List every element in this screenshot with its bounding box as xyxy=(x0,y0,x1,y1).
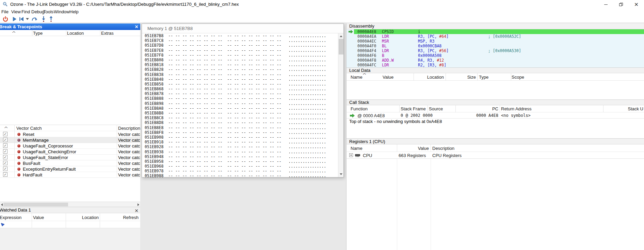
disassembly-titlebar[interactable]: Disassembly xyxy=(347,24,644,29)
memory-row[interactable]: 051EB8A8 -- -- -- -- -- -- -- -- -- -- -… xyxy=(142,106,338,111)
vector-catch-row[interactable]: ✓BusFaultVector catch on xyxy=(0,160,140,166)
checkbox[interactable]: ✓ xyxy=(3,172,7,177)
step-out-icon[interactable] xyxy=(47,15,55,22)
column-location[interactable]: Location xyxy=(66,215,99,220)
menu-window[interactable]: Window xyxy=(54,9,69,14)
column-function[interactable]: Function xyxy=(351,106,368,111)
disassembly-row[interactable]: 0000A4ECMSRMSP, R3 xyxy=(347,39,644,44)
column-scope[interactable]: Scope xyxy=(512,75,524,80)
step-into-icon[interactable] xyxy=(40,15,47,22)
memory-row[interactable]: 051EB888 -- -- -- -- -- -- -- -- -- -- -… xyxy=(142,96,338,101)
vector-catch-row[interactable]: ✓UsageFault_StateErrorVector catch on xyxy=(0,155,140,160)
memory-row[interactable]: 051EB808 -- -- -- -- -- -- -- -- -- -- -… xyxy=(142,58,338,62)
column-stack-frame[interactable]: Stack Frame xyxy=(401,106,426,111)
horizontal-scrollbar[interactable] xyxy=(0,202,140,207)
disassembly-row[interactable]: 0000A4F0BL0x0000CBA8 xyxy=(347,44,644,48)
column-source[interactable]: Source xyxy=(429,106,443,111)
memory-row[interactable]: 051EB818 -- -- -- -- -- -- -- -- -- -- -… xyxy=(142,62,338,67)
column-refresh[interactable]: Refresh xyxy=(100,215,139,220)
memory-row[interactable]: 051EB918 -- -- -- -- -- -- -- -- -- -- -… xyxy=(142,140,338,144)
checkbox[interactable]: ✓ xyxy=(3,143,7,148)
column-value[interactable]: Value xyxy=(33,215,44,220)
memory-row[interactable]: 051EB828 -- -- -- -- -- -- -- -- -- -- -… xyxy=(142,67,338,72)
restore-button[interactable] xyxy=(613,0,629,9)
disassembly-row[interactable]: 0000A4F8ADD.WR4, R3, #12 xyxy=(347,58,644,63)
memory-row[interactable]: 051EB938 -- -- -- -- -- -- -- -- -- -- -… xyxy=(142,150,338,154)
memory-vertical-scrollbar[interactable] xyxy=(338,33,343,177)
memory-row[interactable]: 051EB7E8 -- -- -- -- -- -- -- -- -- -- -… xyxy=(142,48,338,53)
column-pc[interactable]: PC xyxy=(457,106,498,111)
vector-catch-row[interactable]: ✓MemManageVector catch on xyxy=(0,137,140,143)
disassembly-row[interactable]: 0000A4F6B0x0000A508 xyxy=(347,53,644,58)
memory-row[interactable]: 051EB868 -- -- -- -- -- -- -- -- -- -- -… xyxy=(142,87,338,91)
registers-cpu-row[interactable]: CPU 663 Registers CPU Registers xyxy=(347,152,644,159)
column-extras[interactable]: Extras xyxy=(101,31,114,36)
menu-view[interactable]: View xyxy=(11,9,21,14)
disassembly-row[interactable]: 0000A4F4LDRR3, [PC, #56]; [0x0000A530] xyxy=(347,48,644,53)
column-return-address[interactable]: Return Address xyxy=(501,106,532,111)
memory-row[interactable]: 051EB8E8 -- -- -- -- -- -- -- -- -- -- -… xyxy=(142,125,338,130)
registers-titlebar[interactable]: Registers 1 (CPU) xyxy=(347,138,644,144)
power-icon[interactable] xyxy=(2,15,9,22)
memory-row[interactable]: 051EB8D8 -- -- -- -- -- -- -- -- -- -- -… xyxy=(142,120,338,125)
memory-row[interactable]: 051EB948 -- -- -- -- -- -- -- -- -- -- -… xyxy=(142,154,338,159)
reset-dropdown-icon[interactable] xyxy=(25,15,29,22)
memory-row[interactable]: 051EB848 -- -- -- -- -- -- -- -- -- -- -… xyxy=(142,77,338,82)
memory-window-titlebar[interactable]: Memory 1 @ 51EB7B8 xyxy=(142,24,343,33)
column-type[interactable]: Type xyxy=(33,31,43,36)
column-size[interactable]: Size xyxy=(447,75,476,80)
memory-row[interactable]: 051EB898 -- -- -- -- -- -- -- -- -- -- -… xyxy=(142,101,338,106)
step-over-icon[interactable] xyxy=(31,15,38,22)
vector-catch-row[interactable]: ✓UsageFault_CheckingErrorVector catch on xyxy=(0,149,140,155)
sort-caret-icon[interactable]: ^ xyxy=(363,73,366,77)
watched-data-titlebar[interactable]: Watched Data 1 × xyxy=(0,207,140,213)
memory-row[interactable]: 051EB968 -- -- -- -- -- -- -- -- -- -- -… xyxy=(142,164,338,169)
scrollbar-thumb[interactable] xyxy=(3,203,68,206)
memory-row[interactable]: 051EB8C8 -- -- -- -- -- -- -- -- -- -- -… xyxy=(142,115,338,120)
column-expression[interactable]: Expression xyxy=(0,215,21,220)
minimize-button[interactable] xyxy=(598,0,613,9)
expand-plus-icon[interactable] xyxy=(349,153,353,157)
memory-row[interactable]: 051EB928 -- -- -- -- -- -- -- -- -- -- -… xyxy=(142,144,338,149)
call-stack-titlebar[interactable]: Call Stack xyxy=(347,99,644,105)
vector-catch-row[interactable]: ✓ExceptionEntryReturnFaultVector catch o… xyxy=(0,166,140,172)
disassembly-row[interactable]: 0000A4E8CPSIDi xyxy=(347,29,644,34)
start-debug-icon[interactable] xyxy=(11,15,18,22)
memory-window[interactable]: Memory 1 @ 51EB7B8 051EB7B8 -- -- -- -- … xyxy=(142,24,344,177)
menu-file[interactable]: File xyxy=(1,9,9,14)
menu-debug[interactable]: Debug xyxy=(31,9,44,14)
local-data-titlebar[interactable]: Local Data xyxy=(347,67,644,73)
break-tracepoints-close-icon[interactable]: × xyxy=(134,24,139,30)
memory-row[interactable]: 051EB978 -- -- -- -- -- -- -- -- -- -- -… xyxy=(142,169,338,173)
column-name[interactable]: Name xyxy=(351,146,363,151)
column-type[interactable]: Type xyxy=(479,75,488,80)
scroll-down-icon[interactable] xyxy=(340,173,342,175)
reset-icon[interactable] xyxy=(18,15,25,22)
menu-tools[interactable]: Tools xyxy=(43,9,53,14)
break-tracepoints-titlebar[interactable]: Break & Tracepoints × xyxy=(0,24,140,30)
vector-catch-row[interactable]: ✓HardFaultVector catch on xyxy=(0,172,140,178)
memory-row[interactable]: 051EB878 -- -- -- -- -- -- -- -- -- -- -… xyxy=(142,91,338,96)
scroll-left-icon[interactable] xyxy=(1,203,3,206)
memory-row[interactable]: 051EB908 -- -- -- -- -- -- -- -- -- -- -… xyxy=(142,135,338,140)
memory-row[interactable]: 051EB7F8 -- -- -- -- -- -- -- -- -- -- -… xyxy=(142,53,338,58)
memory-row[interactable]: 051EB8B8 -- -- -- -- -- -- -- -- -- -- -… xyxy=(142,111,338,115)
checkbox[interactable]: ✓ xyxy=(3,138,7,142)
scrollbar-thumb[interactable] xyxy=(339,39,343,54)
checkbox[interactable]: ✓ xyxy=(3,132,7,136)
memory-row[interactable]: 051EB838 -- -- -- -- -- -- -- -- -- -- -… xyxy=(142,72,338,77)
column-description[interactable]: Description xyxy=(432,146,454,151)
memory-row[interactable]: 051EB7B8 -- -- -- -- -- -- -- -- -- -- -… xyxy=(142,33,338,38)
column-location[interactable]: Location xyxy=(67,31,84,36)
menu-find[interactable]: Find xyxy=(21,9,30,14)
memory-row[interactable]: 051EB858 -- -- -- -- -- -- -- -- -- -- -… xyxy=(142,82,338,87)
disassembly-row[interactable]: 0000A4EALDRR3, [PC, #64]; [0x0000A52C] xyxy=(347,34,644,39)
call-stack-row[interactable]: @ 0000 A4E8 0 @ 2002 0000 0000 A4E8 <no … xyxy=(347,112,644,119)
checkbox[interactable]: ✓ xyxy=(3,167,7,171)
watched-data-new-row[interactable] xyxy=(0,221,140,228)
close-button[interactable]: × xyxy=(629,0,644,9)
column-name[interactable]: Name xyxy=(351,75,363,80)
memory-row[interactable]: 051EB958 -- -- -- -- -- -- -- -- -- -- -… xyxy=(142,159,338,164)
column-location[interactable]: Location xyxy=(415,75,444,80)
checkbox[interactable]: ✓ xyxy=(3,161,7,165)
